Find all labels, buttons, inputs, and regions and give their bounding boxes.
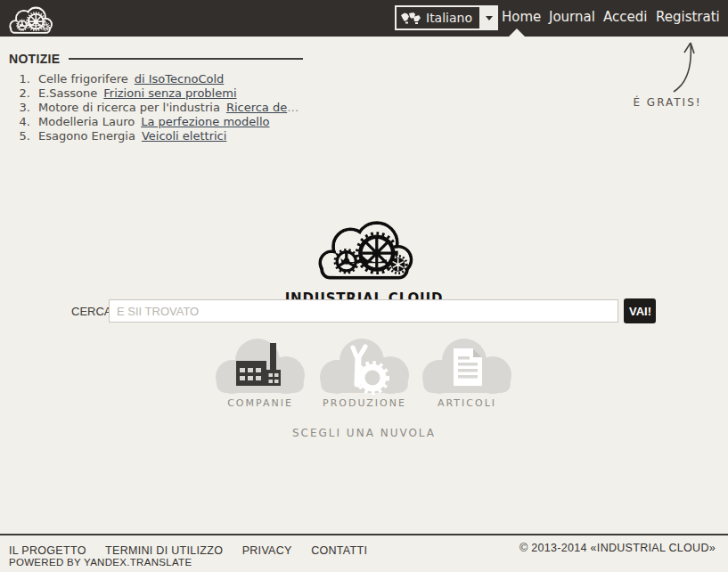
chevron-down-icon xyxy=(486,16,493,20)
search-label: CERCA xyxy=(71,305,112,318)
category-label: PRODUZIONE xyxy=(315,397,414,409)
news-item: 4. Modelleria Lauro La perfezione modell… xyxy=(9,115,356,129)
language-selected-label: Italiano xyxy=(426,11,479,25)
news-header: NOTIZIE xyxy=(9,52,303,66)
nav-item-journal[interactable]: Journal xyxy=(549,9,595,25)
top-bar: Italiano Home Journal Accedi Registrati xyxy=(0,0,728,37)
choose-cloud-hint: SCEGLI UNA NUVOLA xyxy=(0,427,728,439)
footer-link-contatti[interactable]: CONTATTI xyxy=(311,544,367,557)
search-bar: CERCA VAI! xyxy=(0,298,728,325)
news-link[interactable]: Ricerca de xyxy=(226,101,287,115)
news-link[interactable]: La perfezione modello xyxy=(141,115,269,129)
news-item: 5. Esagono Energia Veicoli elettrici xyxy=(9,129,356,143)
free-promo: É GRATIS! xyxy=(622,37,713,109)
nav-item-accedi[interactable]: Accedi xyxy=(603,9,647,25)
language-select[interactable]: Italiano xyxy=(395,5,498,30)
footer-link-progetto[interactable]: IL PROGETTO xyxy=(9,544,86,557)
footer: IL PROGETTO TERMINI DI UTILIZZO PRIVACY … xyxy=(0,534,728,572)
nav-item-home[interactable]: Home xyxy=(502,9,541,25)
cloud-shape xyxy=(315,338,414,395)
category-companie[interactable]: COMPANIE xyxy=(210,338,310,409)
news-link[interactable]: di IsoTecnoCold xyxy=(135,72,225,86)
cloud-shape xyxy=(210,338,310,395)
news-item: 2. E.Sassone Frizioni senza problemi xyxy=(9,86,356,101)
curved-arrow-up-icon xyxy=(652,37,706,94)
free-label: É GRATIS! xyxy=(622,96,713,109)
category-label: ARTICOLI xyxy=(417,397,517,409)
industrial-cloud-logo xyxy=(314,212,415,286)
world-map-icon xyxy=(400,12,421,25)
category-label: COMPANIE xyxy=(210,397,310,409)
search-input[interactable] xyxy=(109,299,618,323)
powered-by: POWERED BY YANDEX.TRANSLATE xyxy=(9,557,192,568)
category-clouds: COMPANIE PRODUZIONE xyxy=(0,338,728,445)
news-list: 1. Celle frigorifere di IsoTecnoCold 2. … xyxy=(9,72,356,143)
news-item: 1. Celle frigorifere di IsoTecnoCold xyxy=(9,72,356,86)
news-heading: NOTIZIE xyxy=(9,52,60,66)
copyright: © 2013-2014 «INDUSTRIAL CLOUD» xyxy=(519,542,716,554)
footer-links: IL PROGETTO TERMINI DI UTILIZZO PRIVACY … xyxy=(9,542,382,558)
cloud-shape xyxy=(417,338,517,395)
news-item: 3. Motore di ricerca per l'industria Ric… xyxy=(9,101,356,115)
news-link[interactable]: Frizioni senza problemi xyxy=(103,86,236,101)
news-link[interactable]: Veicoli elettrici xyxy=(142,129,226,143)
industrial-cloud-logo-icon[interactable] xyxy=(7,3,53,37)
news-section: NOTIZIE 1. Celle frigorifere di IsoTecno… xyxy=(9,52,356,143)
nav-item-registrati[interactable]: Registrati xyxy=(656,9,720,25)
search-go-button[interactable]: VAI! xyxy=(624,298,656,323)
news-heading-rule xyxy=(69,58,303,60)
brand: INDUSTRIAL CLOUD xyxy=(0,212,728,306)
footer-link-termini[interactable]: TERMINI DI UTILIZZO xyxy=(105,544,223,557)
active-tab-caret xyxy=(509,29,525,37)
footer-link-privacy[interactable]: PRIVACY xyxy=(242,544,292,557)
page: Italiano Home Journal Accedi Registrati … xyxy=(0,0,728,572)
category-produzione[interactable]: PRODUZIONE xyxy=(315,338,414,409)
document-icon xyxy=(454,348,482,386)
category-articoli[interactable]: ARTICOLI xyxy=(417,338,517,409)
language-dropdown-arrow[interactable] xyxy=(479,7,496,29)
